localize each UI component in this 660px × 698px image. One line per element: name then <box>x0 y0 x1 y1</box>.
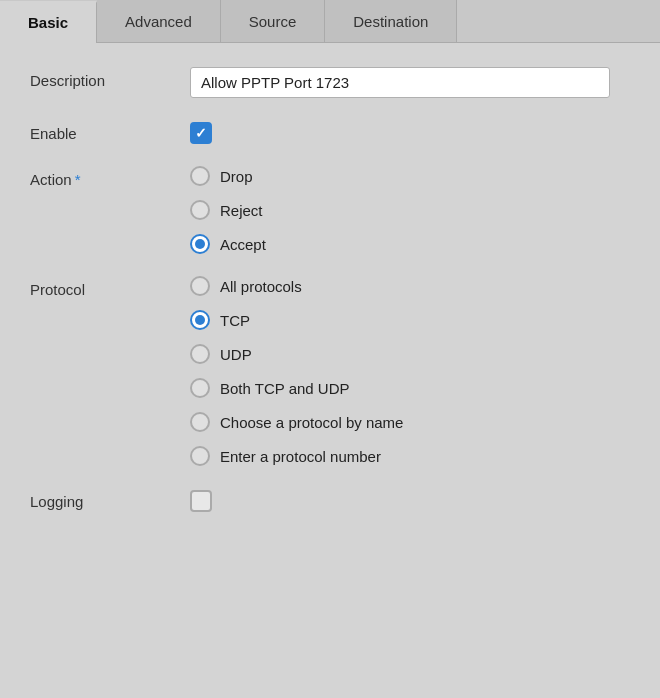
logging-checkbox[interactable] <box>190 490 212 512</box>
logging-checkbox-wrapper <box>190 488 630 512</box>
form-content: Description Enable ✓ Action* Drop <box>0 43 660 558</box>
action-drop-option[interactable]: Drop <box>190 166 630 186</box>
action-required-star: * <box>75 171 81 188</box>
description-label: Description <box>30 67 190 89</box>
tab-bar: Basic Advanced Source Destination <box>0 0 660 43</box>
protocol-all-option[interactable]: All protocols <box>190 276 630 296</box>
protocol-control: All protocols TCP UDP Both TCP and UDP C… <box>190 276 630 466</box>
action-reject-radio[interactable] <box>190 200 210 220</box>
action-drop-label: Drop <box>220 168 253 185</box>
protocol-byname-radio[interactable] <box>190 412 210 432</box>
protocol-both-label: Both TCP and UDP <box>220 380 350 397</box>
enable-checkbox-wrapper: ✓ <box>190 120 630 144</box>
logging-row: Logging <box>30 488 630 512</box>
protocol-row: Protocol All protocols TCP UDP Both TCP … <box>30 276 630 466</box>
protocol-udp-label: UDP <box>220 346 252 363</box>
enable-row: Enable ✓ <box>30 120 630 144</box>
enable-checkbox[interactable]: ✓ <box>190 122 212 144</box>
description-row: Description <box>30 67 630 98</box>
protocol-byname-label: Choose a protocol by name <box>220 414 403 431</box>
action-reject-label: Reject <box>220 202 263 219</box>
action-drop-radio[interactable] <box>190 166 210 186</box>
protocol-tcp-option[interactable]: TCP <box>190 310 630 330</box>
action-row: Action* Drop Reject Accept <box>30 166 630 254</box>
description-input[interactable] <box>190 67 610 98</box>
action-label: Action* <box>30 166 190 188</box>
enable-checkmark: ✓ <box>195 126 207 140</box>
tab-basic[interactable]: Basic <box>0 1 97 43</box>
tab-source[interactable]: Source <box>221 0 326 42</box>
action-accept-label: Accept <box>220 236 266 253</box>
protocol-tcp-label: TCP <box>220 312 250 329</box>
protocol-both-option[interactable]: Both TCP and UDP <box>190 378 630 398</box>
protocol-radio-group: All protocols TCP UDP Both TCP and UDP C… <box>190 276 630 466</box>
description-control <box>190 67 630 98</box>
logging-control <box>190 488 630 512</box>
protocol-both-radio[interactable] <box>190 378 210 398</box>
enable-control: ✓ <box>190 120 630 144</box>
tab-advanced[interactable]: Advanced <box>97 0 221 42</box>
protocol-all-radio[interactable] <box>190 276 210 296</box>
action-accept-option[interactable]: Accept <box>190 234 630 254</box>
protocol-tcp-radio[interactable] <box>190 310 210 330</box>
action-reject-option[interactable]: Reject <box>190 200 630 220</box>
protocol-udp-radio[interactable] <box>190 344 210 364</box>
protocol-bynumber-label: Enter a protocol number <box>220 448 381 465</box>
action-accept-radio[interactable] <box>190 234 210 254</box>
enable-label: Enable <box>30 120 190 142</box>
logging-label: Logging <box>30 488 190 510</box>
protocol-all-label: All protocols <box>220 278 302 295</box>
protocol-udp-option[interactable]: UDP <box>190 344 630 364</box>
protocol-bynumber-option[interactable]: Enter a protocol number <box>190 446 630 466</box>
protocol-byname-option[interactable]: Choose a protocol by name <box>190 412 630 432</box>
protocol-label: Protocol <box>30 276 190 298</box>
action-radio-group: Drop Reject Accept <box>190 166 630 254</box>
action-control: Drop Reject Accept <box>190 166 630 254</box>
protocol-bynumber-radio[interactable] <box>190 446 210 466</box>
tab-destination[interactable]: Destination <box>325 0 457 42</box>
